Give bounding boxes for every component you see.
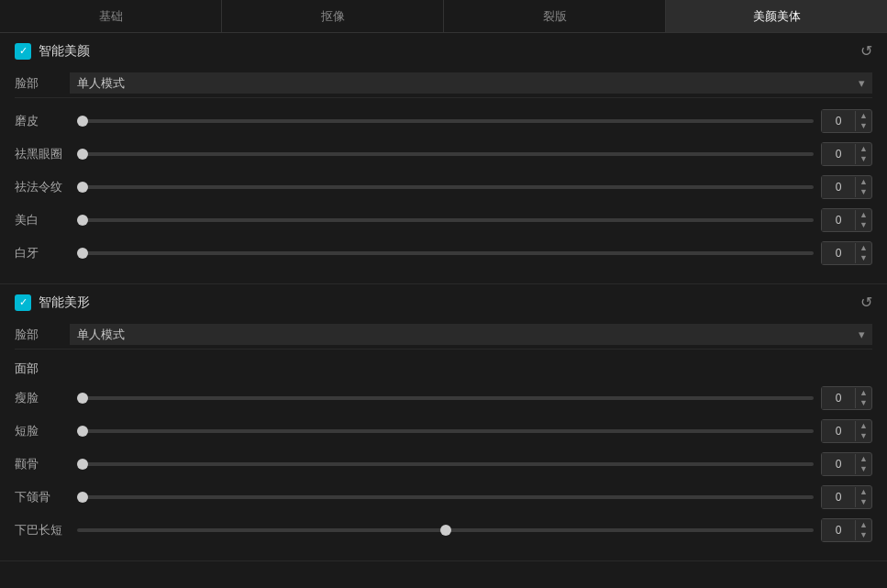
shape-track-xbcd[interactable] <box>77 528 814 532</box>
beauty-value-wrap-by: ▲ ▼ <box>821 241 872 265</box>
shape-arrows-dl: ▲ ▼ <box>855 421 871 441</box>
beauty-down-mopi[interactable]: ▼ <box>856 121 871 131</box>
shape-reset-button[interactable]: ↺ <box>860 294 872 311</box>
beauty-face-mode-select[interactable]: 单人模式 多人模式 <box>70 72 872 94</box>
shape-up-qg[interactable]: ▲ <box>856 454 871 464</box>
shape-label-xbcd: 下巴长短 <box>15 522 70 538</box>
shape-down-xeg[interactable]: ▼ <box>856 497 871 507</box>
shape-slider-sl: 瘦脸 ▲ ▼ <box>15 386 872 410</box>
beauty-thumb-mb[interactable] <box>77 215 88 226</box>
shape-track-sl[interactable] <box>77 396 814 400</box>
beauty-input-by[interactable] <box>822 242 855 264</box>
beauty-thumb-by[interactable] <box>77 248 88 259</box>
beauty-input-qheyq[interactable] <box>822 143 855 165</box>
beauty-up-by[interactable]: ▲ <box>856 243 871 253</box>
shape-section-title: 智能美形 <box>39 294 90 311</box>
tab-image[interactable]: 抠像 <box>222 0 444 32</box>
beauty-input-mopi[interactable] <box>822 110 855 132</box>
shape-section-header: ✓ 智能美形 ↺ <box>15 294 872 311</box>
beauty-input-fllw[interactable] <box>822 176 855 198</box>
beauty-down-by[interactable]: ▼ <box>856 253 871 263</box>
beauty-slider-qheyq: 祛黑眼圈 ▲ ▼ <box>15 142 872 166</box>
shape-sub-heading: 面部 <box>15 361 872 377</box>
shape-up-dl[interactable]: ▲ <box>856 421 871 431</box>
beauty-label-fllw: 祛法令纹 <box>15 179 70 195</box>
beauty-thumb-fllw[interactable] <box>77 182 88 193</box>
shape-down-sl[interactable]: ▼ <box>856 398 871 408</box>
beauty-arrows-fllw: ▲ ▼ <box>855 177 871 197</box>
shape-face-label: 脸部 <box>15 327 70 343</box>
shape-input-sl[interactable] <box>822 387 855 409</box>
shape-label-dl: 短脸 <box>15 423 70 439</box>
shape-value-wrap-dl: ▲ ▼ <box>821 419 872 443</box>
beauty-track-mopi[interactable] <box>77 119 814 123</box>
shape-value-wrap-xbcd: ▲ ▼ <box>821 518 872 542</box>
beauty-down-mb[interactable]: ▼ <box>856 220 871 230</box>
shape-track-xeg[interactable] <box>77 495 814 499</box>
shape-down-dl[interactable]: ▼ <box>856 431 871 441</box>
shape-thumb-sl[interactable] <box>77 393 88 404</box>
beauty-thumb-mopi[interactable] <box>77 116 88 127</box>
beauty-label-qheyq: 祛黑眼圈 <box>15 146 70 162</box>
shape-down-qg[interactable]: ▼ <box>856 464 871 474</box>
beauty-up-fllw[interactable]: ▲ <box>856 177 871 187</box>
shape-checkbox-icon[interactable]: ✓ <box>15 294 31 311</box>
shape-arrows-xbcd: ▲ ▼ <box>855 520 871 540</box>
shape-section: ✓ 智能美形 ↺ 脸部 单人模式 多人模式 面部 瘦脸 <box>0 284 887 561</box>
beauty-track-fllw[interactable] <box>77 185 814 189</box>
shape-value-wrap-sl: ▲ ▼ <box>821 386 872 410</box>
beauty-label-mopi: 磨皮 <box>15 113 70 129</box>
shape-thumb-xeg[interactable] <box>77 492 88 503</box>
shape-up-sl[interactable]: ▲ <box>856 388 871 398</box>
beauty-face-label: 脸部 <box>15 75 70 92</box>
shape-face-mode-row: 脸部 单人模式 多人模式 <box>15 320 872 349</box>
shape-down-xbcd[interactable]: ▼ <box>856 530 871 540</box>
shape-slider-xbcd: 下巴长短 ▲ ▼ <box>15 518 872 542</box>
tab-version[interactable]: 裂版 <box>444 0 666 32</box>
tab-basic[interactable]: 基础 <box>0 0 222 32</box>
shape-input-xeg[interactable] <box>822 486 855 508</box>
beauty-up-mb[interactable]: ▲ <box>856 210 871 220</box>
beauty-up-qheyq[interactable]: ▲ <box>856 144 871 154</box>
shape-thumb-dl[interactable] <box>77 426 88 437</box>
beauty-section: ✓ 智能美颜 ↺ 脸部 单人模式 多人模式 磨皮 ▲ <box>0 33 887 284</box>
beauty-value-wrap-fllw: ▲ ▼ <box>821 175 872 199</box>
beauty-track-mb[interactable] <box>77 218 814 222</box>
tab-beauty[interactable]: 美颜美体 <box>666 0 887 32</box>
beauty-checkbox-icon[interactable]: ✓ <box>15 43 31 60</box>
beauty-section-header: ✓ 智能美颜 ↺ <box>15 42 872 60</box>
beauty-down-fllw[interactable]: ▼ <box>856 187 871 197</box>
beauty-down-qheyq[interactable]: ▼ <box>856 154 871 164</box>
beauty-slider-mb: 美白 ▲ ▼ <box>15 208 872 232</box>
shape-input-xbcd[interactable] <box>822 519 855 541</box>
beauty-arrows-mopi: ▲ ▼ <box>855 111 871 131</box>
beauty-select-wrap: 单人模式 多人模式 <box>70 72 872 94</box>
content-area: ✓ 智能美颜 ↺ 脸部 单人模式 多人模式 磨皮 ▲ <box>0 33 887 588</box>
shape-up-xbcd[interactable]: ▲ <box>856 520 871 530</box>
shape-arrows-xeg: ▲ ▼ <box>855 487 871 507</box>
shape-value-wrap-qg: ▲ ▼ <box>821 452 872 476</box>
beauty-thumb-qheyq[interactable] <box>77 149 88 160</box>
shape-up-xeg[interactable]: ▲ <box>856 487 871 497</box>
shape-track-qg[interactable] <box>77 462 814 466</box>
beauty-up-mopi[interactable]: ▲ <box>856 111 871 121</box>
shape-label-qg: 颧骨 <box>15 456 70 472</box>
beauty-reset-button[interactable]: ↺ <box>860 42 872 60</box>
shape-arrows-qg: ▲ ▼ <box>855 454 871 474</box>
beauty-face-mode-row: 脸部 单人模式 多人模式 <box>15 69 872 98</box>
beauty-value-wrap-qheyq: ▲ ▼ <box>821 142 872 166</box>
shape-title-wrap: ✓ 智能美形 <box>15 294 90 311</box>
shape-thumb-qg[interactable] <box>77 459 88 470</box>
beauty-track-qheyq[interactable] <box>77 152 814 156</box>
beauty-slider-fllw: 祛法令纹 ▲ ▼ <box>15 175 872 199</box>
beauty-track-by[interactable] <box>77 251 814 255</box>
beauty-title-wrap: ✓ 智能美颜 <box>15 43 90 60</box>
shape-slider-xeg: 下颌骨 ▲ ▼ <box>15 485 872 509</box>
tab-bar: 基础 抠像 裂版 美颜美体 <box>0 0 887 33</box>
shape-thumb-xbcd[interactable] <box>440 525 451 536</box>
shape-track-dl[interactable] <box>77 429 814 433</box>
shape-face-mode-select[interactable]: 单人模式 多人模式 <box>70 324 872 345</box>
shape-input-dl[interactable] <box>822 420 855 442</box>
beauty-input-mb[interactable] <box>822 209 855 231</box>
shape-input-qg[interactable] <box>822 453 855 475</box>
